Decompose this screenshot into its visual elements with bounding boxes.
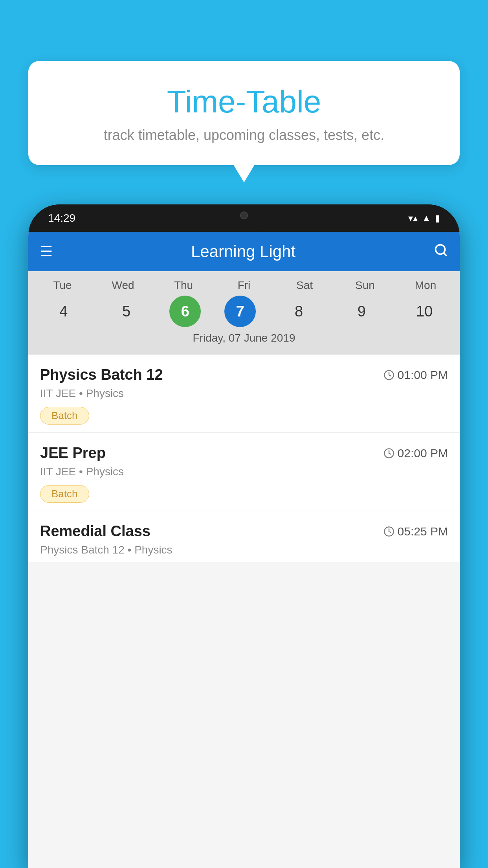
app-bar: ☰ Learning Light [28, 232, 460, 271]
day-8[interactable]: 8 [279, 296, 319, 327]
tooltip-card: Time-Table track timetable, upcoming cla… [28, 61, 460, 165]
app-title: Learning Light [64, 242, 422, 261]
selected-date-label: Friday, 07 June 2019 [28, 327, 460, 351]
tooltip-subtitle: track timetable, upcoming classes, tests… [48, 127, 440, 143]
day-label-fri: Fri [224, 279, 264, 292]
clock-icon-1 [383, 370, 394, 381]
day-label-wed: Wed [103, 279, 143, 292]
hamburger-menu-icon[interactable]: ☰ [40, 243, 53, 260]
batch-badge-2: Batch [40, 485, 89, 503]
schedule-item-2-title: JEE Prep [40, 445, 106, 462]
clock-icon-2 [383, 448, 394, 459]
clock-icon-3 [383, 526, 394, 537]
schedule-item-2-header: JEE Prep 02:00 PM [40, 445, 448, 462]
phone-screen: ☰ Learning Light Tue Wed Thu Fri Sat Sun… [28, 232, 460, 868]
camera-dot [240, 211, 248, 219]
schedule-item-3-header: Remedial Class 05:25 PM [40, 523, 448, 540]
status-time: 14:29 [48, 212, 75, 224]
day-5[interactable]: 5 [107, 296, 146, 327]
day-numbers: 4 5 6 7 8 9 10 [28, 296, 460, 327]
wifi-icon: ▾▴ [408, 213, 418, 224]
day-label-sun: Sun [345, 279, 385, 292]
day-label-thu: Thu [164, 279, 203, 292]
schedule-item-1[interactable]: Physics Batch 12 01:00 PM IIT JEE • Phys… [28, 355, 460, 433]
calendar-strip: Tue Wed Thu Fri Sat Sun Mon 4 5 6 7 8 9 … [28, 271, 460, 355]
day-7-selected[interactable]: 7 [224, 296, 256, 327]
day-9[interactable]: 9 [342, 296, 381, 327]
tooltip-arrow [232, 163, 256, 182]
tooltip-title: Time-Table [48, 85, 440, 119]
day-label-mon: Mon [406, 279, 445, 292]
schedule-list: Physics Batch 12 01:00 PM IIT JEE • Phys… [28, 355, 460, 562]
schedule-item-2[interactable]: JEE Prep 02:00 PM IIT JEE • Physics Batc… [28, 433, 460, 511]
day-6-today[interactable]: 6 [169, 296, 201, 327]
notch [213, 204, 275, 226]
day-10[interactable]: 10 [405, 296, 444, 327]
day-label-tue: Tue [43, 279, 82, 292]
schedule-item-1-title: Physics Batch 12 [40, 366, 163, 383]
schedule-item-1-sub: IIT JEE • Physics [40, 387, 448, 400]
schedule-item-3[interactable]: Remedial Class 05:25 PM Physics Batch 12… [28, 511, 460, 562]
schedule-item-3-sub: Physics Batch 12 • Physics [40, 544, 448, 556]
search-icon[interactable] [434, 243, 448, 261]
day-labels: Tue Wed Thu Fri Sat Sun Mon [28, 279, 460, 292]
schedule-item-3-title: Remedial Class [40, 523, 150, 540]
svg-line-1 [444, 252, 446, 255]
phone-frame: 14:29 ▾▴ ▲ ▮ ☰ Learning Light Tue [28, 204, 460, 868]
signal-icon: ▲ [422, 213, 431, 224]
status-icons: ▾▴ ▲ ▮ [408, 213, 440, 224]
schedule-item-1-time: 01:00 PM [383, 368, 448, 382]
batch-badge-1: Batch [40, 407, 89, 425]
battery-icon: ▮ [435, 213, 440, 224]
schedule-item-2-sub: IIT JEE • Physics [40, 465, 448, 478]
day-4[interactable]: 4 [44, 296, 83, 327]
schedule-item-1-header: Physics Batch 12 01:00 PM [40, 366, 448, 383]
schedule-item-2-time: 02:00 PM [383, 447, 448, 460]
status-bar: 14:29 ▾▴ ▲ ▮ [28, 204, 460, 232]
schedule-item-3-time: 05:25 PM [383, 525, 448, 538]
day-label-sat: Sat [285, 279, 324, 292]
